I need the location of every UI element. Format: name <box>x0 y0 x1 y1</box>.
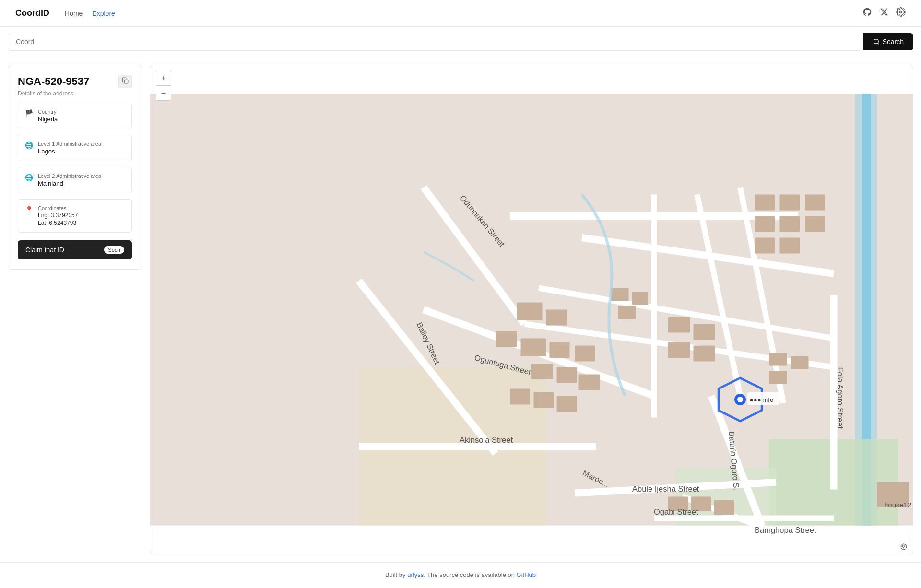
search-bar-wrapper: Search <box>0 27 921 57</box>
footer: Built by urlyss. The source code is avai… <box>0 562 921 587</box>
pin-icon: 📍 <box>25 206 33 213</box>
country-card: 🏴 Country Nigeria <box>18 103 132 129</box>
flag-icon: 🏴 <box>25 109 33 117</box>
coords-lat: Lat: 6.5243793 <box>38 220 78 226</box>
svg-rect-50 <box>694 346 715 362</box>
svg-rect-28 <box>780 195 800 211</box>
country-label: Country <box>38 109 58 115</box>
svg-text:house12: house12 <box>884 501 912 509</box>
svg-rect-32 <box>805 216 825 232</box>
globe-icon-2: 🌐 <box>25 174 33 181</box>
header: CoordID Home Explore <box>0 0 921 27</box>
level1-card: 🌐 Level 1 Administrative area Lagos <box>18 135 132 161</box>
claim-button[interactable]: Claim that ID Soon <box>18 240 132 259</box>
svg-rect-30 <box>755 216 775 232</box>
svg-rect-48 <box>694 324 715 340</box>
svg-rect-42 <box>557 367 577 383</box>
map-attribution <box>898 542 909 552</box>
header-icons <box>862 7 906 19</box>
svg-point-74 <box>737 397 743 402</box>
svg-rect-33 <box>755 238 775 254</box>
sidebar: NGA-520-9537 Details of the address. 🏴 C… <box>8 65 142 270</box>
svg-text:Bamghopa Street: Bamghopa Street <box>755 526 816 534</box>
soon-badge: Soon <box>104 246 124 254</box>
svg-rect-36 <box>546 310 567 326</box>
nav-home[interactable]: Home <box>65 10 83 17</box>
zoom-in-button[interactable]: + <box>156 71 171 86</box>
svg-line-2 <box>877 43 879 45</box>
logo: CoordID <box>15 8 49 18</box>
svg-rect-41 <box>531 364 553 379</box>
copy-button[interactable] <box>118 75 132 88</box>
svg-rect-37 <box>496 331 517 347</box>
level1-value: Lagos <box>38 148 101 155</box>
nav-explore[interactable]: Explore <box>92 10 115 17</box>
svg-rect-53 <box>714 500 734 515</box>
map-controls: + − <box>156 71 171 101</box>
svg-rect-34 <box>780 238 800 254</box>
coords-card: 📍 Coordinates Lng: 3.3792057 Lat: 6.5243… <box>18 199 132 233</box>
svg-point-0 <box>900 11 902 13</box>
sidebar-id-row: NGA-520-9537 <box>18 75 132 88</box>
svg-rect-49 <box>668 342 690 358</box>
svg-rect-56 <box>632 292 648 305</box>
map-locate-icon[interactable] <box>900 543 907 550</box>
zoom-out-button[interactable]: − <box>156 86 171 100</box>
map-area: + − <box>150 65 913 554</box>
search-input[interactable] <box>8 33 860 51</box>
svg-text:Fola Agoro Street: Fola Agoro Street <box>836 367 845 429</box>
search-button[interactable]: Search <box>863 33 913 50</box>
search-icon <box>873 38 880 45</box>
svg-text:Ogabi Street: Ogabi Street <box>654 507 698 516</box>
level2-value: Mainland <box>38 180 101 187</box>
svg-text:Akinsola Street: Akinsola Street <box>460 435 513 444</box>
sidebar-subtitle: Details of the address. <box>18 90 132 97</box>
coords-label: Coordinates <box>38 205 78 211</box>
level1-label: Level 1 Administrative area <box>38 141 101 147</box>
level2-label: Level 2 Administrative area <box>38 173 101 179</box>
footer-built-by: Built by urlyss. The source code is avai… <box>385 571 536 578</box>
svg-rect-29 <box>805 195 825 211</box>
svg-rect-31 <box>780 216 800 232</box>
github-icon[interactable] <box>862 7 872 19</box>
svg-rect-38 <box>521 339 546 357</box>
svg-rect-59 <box>791 356 809 369</box>
svg-rect-60 <box>769 371 787 384</box>
svg-rect-43 <box>579 375 600 390</box>
coords-lng: Lng: 3.3792057 <box>38 212 78 219</box>
svg-rect-45 <box>534 392 554 408</box>
svg-rect-44 <box>510 389 530 405</box>
svg-rect-35 <box>517 303 543 321</box>
svg-marker-78 <box>902 545 905 548</box>
address-id: NGA-520-9537 <box>18 75 89 88</box>
svg-point-1 <box>874 39 878 44</box>
svg-rect-3 <box>124 80 128 83</box>
svg-text:●●● info: ●●● info <box>750 396 774 403</box>
main-content: NGA-520-9537 Details of the address. 🏴 C… <box>0 57 921 562</box>
svg-rect-47 <box>668 317 690 333</box>
level2-card: 🌐 Level 2 Administrative area Mainland <box>18 167 132 193</box>
map-svg: Odunnukan Street Bailey Street Oguntuga … <box>150 65 913 554</box>
globe-icon-1: 🌐 <box>25 141 33 149</box>
country-value: Nigeria <box>38 116 58 123</box>
x-icon[interactable] <box>880 8 888 19</box>
svg-rect-58 <box>769 353 787 366</box>
svg-rect-40 <box>575 346 595 362</box>
footer-github-link[interactable]: GitHub <box>517 571 536 578</box>
svg-rect-57 <box>618 306 636 319</box>
svg-rect-27 <box>755 195 775 211</box>
settings-icon[interactable] <box>896 7 906 19</box>
nav: Home Explore <box>65 10 862 17</box>
svg-rect-39 <box>550 342 570 358</box>
svg-rect-55 <box>611 288 629 301</box>
svg-line-26 <box>755 540 913 554</box>
svg-rect-46 <box>557 396 577 412</box>
footer-urlyss-link[interactable]: urlyss <box>407 571 424 578</box>
svg-text:Abule Ijesha Street: Abule Ijesha Street <box>632 484 699 493</box>
